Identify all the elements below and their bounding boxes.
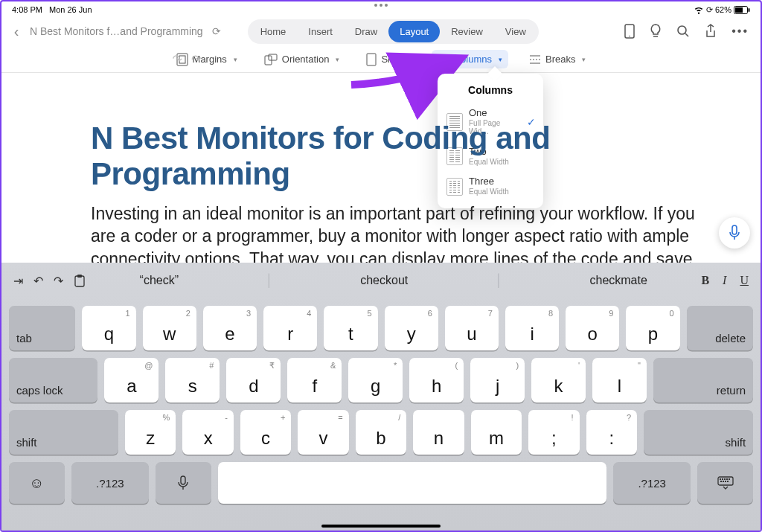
dictate-key[interactable]: [156, 462, 211, 504]
ribbon-tabs: Home Insert Draw Layout Review View: [248, 19, 539, 44]
sync-icon[interactable]: ⟳: [212, 25, 221, 37]
numeric-key-right[interactable]: .?123: [613, 462, 691, 504]
share-icon[interactable]: [705, 24, 717, 39]
key-x[interactable]: x-: [182, 410, 233, 455]
key-m[interactable]: m: [471, 410, 522, 455]
svg-rect-26: [75, 276, 84, 286]
key-;[interactable]: ;!: [528, 410, 579, 455]
emoji-key[interactable]: ☺: [9, 462, 65, 504]
back-button[interactable]: ‹: [9, 23, 24, 40]
key-alt: -: [225, 413, 228, 422]
key-n[interactable]: n: [413, 410, 464, 455]
dismiss-keyboard-key[interactable]: [697, 462, 753, 504]
home-indicator[interactable]: [321, 525, 441, 528]
svg-line-7: [685, 33, 688, 36]
document-title[interactable]: N Best Monitors f…and Programming: [30, 25, 203, 37]
key-w[interactable]: w2: [143, 306, 196, 350]
tab-layout[interactable]: Layout: [388, 21, 440, 42]
key-e[interactable]: e3: [203, 306, 257, 350]
bold-button[interactable]: B: [701, 274, 709, 287]
popover-title: Columns: [438, 81, 543, 103]
kb-redo-icon[interactable]: ↷: [54, 274, 63, 288]
orientation-button[interactable]: Orientation▾: [258, 50, 346, 69]
key-p[interactable]: p0: [626, 306, 679, 350]
size-button[interactable]: Size▾: [360, 49, 416, 70]
key-h[interactable]: h(: [409, 358, 464, 403]
key-alt: 2: [186, 309, 190, 318]
delete-key[interactable]: delete: [687, 306, 753, 350]
key-row-2: caps lock a@s#d₹f&g*h(j)k'l" return: [1, 358, 761, 403]
underline-button[interactable]: U: [740, 274, 749, 287]
indent-icon[interactable]: ⇥: [13, 274, 23, 288]
title-row: ‹ N Best Monitors f…and Programming ⟳ Ho…: [1, 16, 761, 46]
return-key[interactable]: return: [653, 358, 753, 403]
key-f[interactable]: f&: [287, 358, 342, 403]
key-b[interactable]: b/: [356, 410, 406, 455]
redo-button[interactable]: ↷: [190, 51, 202, 67]
suggestion-3[interactable]: checkmate: [589, 274, 647, 287]
more-icon[interactable]: •••: [731, 25, 749, 38]
svg-rect-39: [727, 481, 729, 482]
tab-home[interactable]: Home: [249, 21, 298, 42]
key-z[interactable]: z%: [125, 410, 176, 455]
columns-button[interactable]: Columns▾: [432, 50, 508, 68]
tab-draw[interactable]: Draw: [344, 21, 388, 42]
svg-rect-11: [269, 54, 277, 60]
key-alt: !: [572, 413, 574, 422]
wifi-icon: [694, 4, 704, 15]
key-i[interactable]: i8: [505, 306, 559, 350]
shift-key-right[interactable]: shift: [644, 410, 753, 455]
key-c[interactable]: c+: [240, 410, 291, 455]
key-a[interactable]: a@: [104, 358, 159, 403]
rotate-lock-icon: ⟳: [706, 5, 713, 15]
key-u[interactable]: u7: [445, 306, 499, 350]
key-alt: &: [330, 361, 336, 370]
key-o[interactable]: o9: [566, 306, 619, 350]
key-g[interactable]: g*: [348, 358, 403, 403]
tab-insert[interactable]: Insert: [297, 21, 344, 42]
key-row-1: tab q1w2e3r4t5y6u7i8o9p0 delete: [1, 306, 761, 350]
key-alt: 3: [246, 309, 251, 318]
key-l[interactable]: l": [592, 358, 647, 403]
onscreen-keyboard: ⇥ ↶ ↷ “check” │ checkout │ checkmate B I…: [1, 263, 761, 531]
battery-percent: 62%: [715, 5, 731, 14]
key-t[interactable]: t5: [324, 306, 377, 350]
key-alt: ?: [627, 413, 631, 422]
tab-view[interactable]: View: [494, 21, 537, 42]
toolbar-right: •••: [624, 24, 753, 39]
dictation-button[interactable]: [719, 217, 750, 249]
italic-button[interactable]: I: [723, 274, 726, 287]
key-y[interactable]: y6: [385, 306, 438, 350]
key-d[interactable]: d₹: [226, 358, 281, 403]
key-alt: ₹: [269, 361, 275, 371]
svg-rect-24: [732, 225, 737, 234]
key-r[interactable]: r4: [263, 306, 317, 350]
suggestion-2[interactable]: checkout: [360, 274, 408, 287]
tab-review[interactable]: Review: [440, 21, 494, 42]
breaks-button[interactable]: Breaks▾: [523, 50, 592, 68]
key-k[interactable]: k': [531, 358, 586, 403]
space-key[interactable]: [218, 462, 606, 504]
shift-key-left[interactable]: shift: [9, 410, 118, 455]
capslock-key[interactable]: caps lock: [9, 358, 97, 403]
numeric-key-left[interactable]: .?123: [71, 462, 149, 504]
kb-undo-icon[interactable]: ↶: [33, 274, 43, 288]
undo-button[interactable]: ↶: [172, 51, 184, 67]
device-icon[interactable]: [624, 24, 635, 39]
key-j[interactable]: j): [470, 358, 525, 403]
lightbulb-icon[interactable]: [650, 24, 662, 39]
clipboard-icon[interactable]: [74, 274, 86, 287]
status-left: 4:08 PM Mon 26 Jun: [12, 5, 97, 14]
svg-rect-35: [729, 478, 730, 480]
svg-point-6: [678, 26, 686, 34]
tab-key[interactable]: tab: [9, 306, 75, 350]
key-s[interactable]: s#: [165, 358, 220, 403]
key-v[interactable]: v=: [298, 410, 348, 455]
search-icon[interactable]: [676, 25, 690, 38]
layout-ribbon: ↶ ↷ Margins▾ Orientation▾ Size▾ Columns▾…: [1, 46, 761, 73]
key-:[interactable]: :?: [586, 410, 637, 455]
columns-label: Columns: [454, 54, 492, 65]
key-q[interactable]: q1: [82, 306, 135, 350]
suggestion-1[interactable]: “check”: [140, 274, 179, 287]
multitask-dots[interactable]: [374, 4, 388, 7]
